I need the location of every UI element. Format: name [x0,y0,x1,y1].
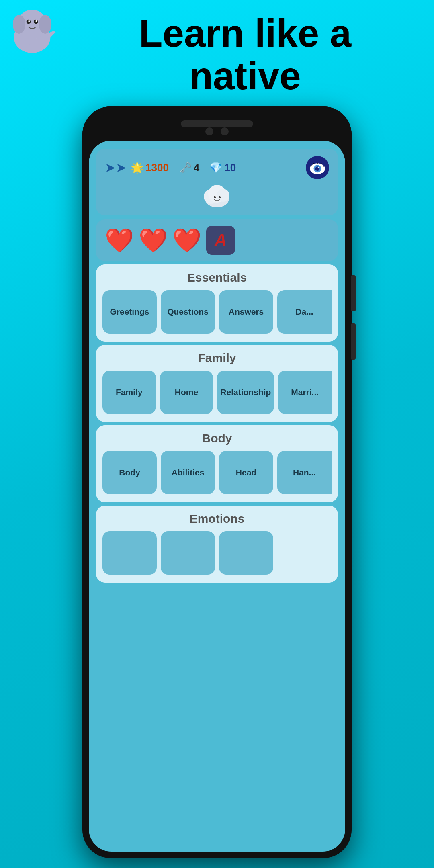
category-marriage[interactable]: Marri... [278,371,332,414]
category-days[interactable]: Da... [277,290,332,334]
stats-bar: ➤➤ 🌟 1300 🗝️ 4 💎 [96,149,338,215]
key-count: 4 [194,162,199,174]
side-button-2 [351,323,356,360]
svg-point-21 [217,189,229,202]
section-family: Family Family Home Relationship Marri... [96,345,338,422]
category-emotions-3[interactable] [219,531,273,575]
svg-point-24 [215,196,216,197]
essentials-grid: Greetings Questions Answers Da... [102,290,332,334]
section-essentials-title: Essentials [102,271,332,285]
category-questions[interactable]: Questions [161,290,215,334]
sun-stat: 🌟 1300 [131,162,169,174]
svg-point-23 [219,196,221,198]
section-emotions: Emotions [96,506,338,583]
sun-count: 1300 [145,162,169,174]
category-home[interactable]: Home [160,371,213,414]
section-essentials: Essentials Greetings Questions Answers D… [96,264,338,342]
mascot-elephant [6,6,58,58]
letter-block[interactable]: A [206,226,235,255]
emotions-grid [102,531,332,575]
category-head[interactable]: Head [219,451,273,494]
family-grid: Family Home Relationship Marri... [102,371,332,414]
gem-stat: 💎 10 [209,162,236,174]
lives-row: ❤️ ❤️ ❤️ A [96,219,338,261]
svg-point-3 [39,15,51,34]
gem-count: 10 [224,162,236,174]
heart-2: ❤️ [139,227,168,254]
phone-top-bar [82,106,352,141]
header-title: Learn like a native [64,12,426,97]
category-family[interactable]: Family [102,371,156,414]
svg-point-12 [318,167,319,168]
heart-3: ❤️ [172,227,201,254]
phone-frame: ➤➤ 🌟 1300 🗝️ 4 💎 [82,106,352,858]
svg-point-22 [214,196,216,198]
section-body-title: Body [102,432,332,445]
phone-cameras [205,127,229,135]
category-answers[interactable]: Answers [219,290,273,334]
arrow-icon: ➤➤ [105,160,127,175]
section-body: Body Body Abilities Head Han... [96,425,338,502]
svg-point-2 [13,15,25,34]
category-body[interactable]: Body [102,451,157,494]
svg-point-7 [35,20,37,22]
category-emotions-2[interactable] [161,531,215,575]
category-abilities[interactable]: Abilities [161,451,215,494]
category-emotions-1[interactable] [102,531,157,575]
section-family-title: Family [102,351,332,365]
key-stat: 🗝️ 4 [179,162,199,174]
side-button [351,275,356,311]
category-greetings[interactable]: Greetings [102,290,157,334]
eye-avatar[interactable] [306,156,329,179]
heart-1: ❤️ [105,227,134,254]
svg-point-6 [28,20,30,22]
svg-point-25 [220,196,221,197]
screen-scroll[interactable]: ➤➤ 🌟 1300 🗝️ 4 💎 [89,141,345,852]
section-emotions-title: Emotions [102,512,332,526]
phone-screen: ➤➤ 🌟 1300 🗝️ 4 💎 [89,141,345,852]
body-grid: Body Abilities Head Han... [102,451,332,494]
category-relationship[interactable]: Relationship [217,371,274,414]
category-hands[interactable]: Han... [277,451,332,494]
cloud-mascot [105,182,329,208]
